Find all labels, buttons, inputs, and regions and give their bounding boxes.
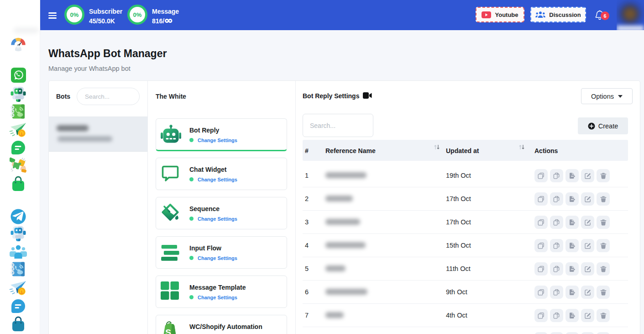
svg-text:1: 1 <box>21 289 23 294</box>
svg-text:1: 1 <box>21 131 23 136</box>
svg-text:S: S <box>165 328 171 334</box>
